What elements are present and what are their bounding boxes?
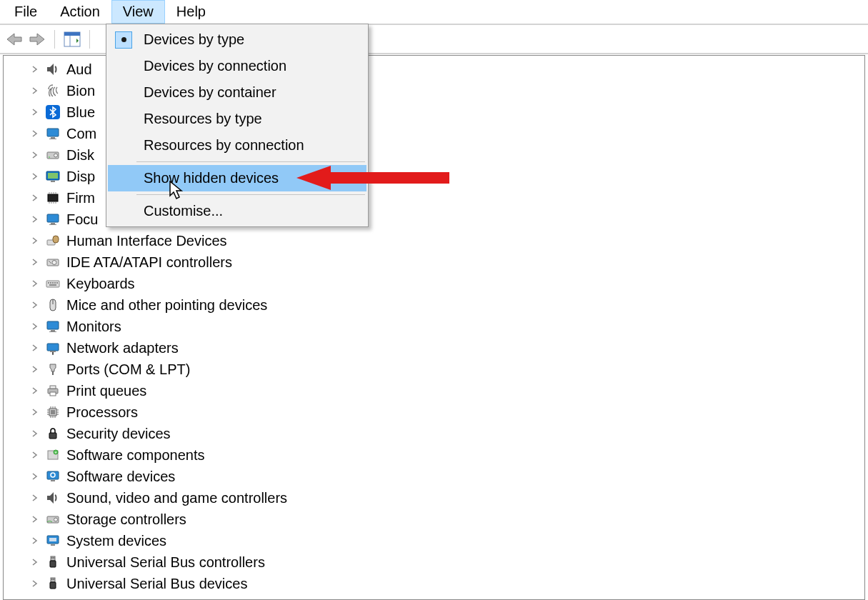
svg-rect-12 [48,173,58,179]
expander-icon[interactable] [31,472,39,481]
network-icon [45,340,61,356]
svg-rect-84 [50,582,56,589]
expander-icon[interactable] [31,301,39,309]
tree-item[interactable]: Human Interface Devices [9,230,864,251]
svg-point-9 [54,154,58,157]
expander-icon[interactable] [31,344,39,352]
tree-item[interactable]: Storage controllers [9,509,864,530]
svg-rect-42 [49,331,56,332]
forward-icon[interactable] [29,32,46,46]
focus-icon [45,211,61,227]
expander-icon[interactable] [31,451,39,459]
expander-icon[interactable] [31,65,39,74]
tree-item-label: IDE ATA/ATAPI controllers [66,254,232,271]
tree-item-label: Disk [66,147,94,164]
menu-action[interactable]: Action [49,0,111,24]
tree-item[interactable]: Sound, video and game controllers [9,487,864,509]
expander-icon[interactable] [31,429,39,438]
computer-icon [45,126,61,141]
back-icon[interactable] [6,32,23,46]
menu-devices-by-container[interactable]: Devices by container [108,79,366,106]
ide-icon [45,254,61,270]
tree-item-label: Aud [66,61,92,78]
menu-view[interactable]: View [111,0,165,24]
tree-item-label: Software components [66,447,204,464]
tree-item[interactable]: Universal Serial Bus devices [9,573,864,594]
toolbar-separator [54,30,55,49]
svg-rect-40 [47,321,59,329]
radio-selected-icon [115,31,132,49]
svg-rect-80 [50,561,56,567]
tree-item[interactable]: Security devices [9,423,864,444]
svg-rect-83 [54,579,55,580]
expander-icon[interactable] [31,129,39,138]
expander-icon[interactable] [31,108,39,116]
expander-icon[interactable] [31,279,39,288]
tree-item-label: Software devices [66,469,175,485]
menu-item-label: Customise... [144,203,223,219]
expander-icon[interactable] [31,215,39,224]
expander-icon[interactable] [31,258,39,266]
svg-rect-65 [49,433,56,439]
svg-rect-50 [50,392,56,396]
expander-icon[interactable] [31,194,39,202]
expander-icon[interactable] [31,322,39,331]
expander-icon[interactable] [31,386,39,395]
bluetooth-icon [45,104,61,120]
tree-item[interactable]: Network adapters [9,337,864,359]
menu-item-label: Show hidden devices [144,170,279,186]
menu-file[interactable]: File [3,0,49,24]
tree-item-label: Com [66,126,96,142]
system-icon [45,533,61,549]
menu-resources-by-connection[interactable]: Resources by connection [108,132,366,159]
menu-customise[interactable]: Customise... [108,198,366,224]
tree-item-label: Keyboards [66,276,135,292]
svg-rect-36 [56,282,58,284]
svg-rect-76 [51,544,55,546]
menu-item-label: Devices by type [144,31,244,48]
expander-icon[interactable] [31,172,39,181]
tree-item-label: Bion [66,83,95,99]
expander-icon[interactable] [31,151,39,159]
tree-item[interactable]: +Software components [9,444,864,466]
expander-icon[interactable] [31,536,39,545]
menu-devices-by-connection[interactable]: Devices by connection [108,53,366,79]
svg-rect-33 [50,282,51,284]
tree-item-label: Ports (COM & LPT) [66,361,190,378]
expander-icon[interactable] [31,86,39,95]
expander-icon[interactable] [31,494,39,502]
expander-icon[interactable] [31,236,39,245]
tree-item-label: Blue [66,104,95,121]
expander-icon[interactable] [31,408,39,416]
expander-icon[interactable] [31,558,39,566]
menu-resources-by-type[interactable]: Resources by type [108,106,366,132]
svg-rect-27 [53,236,59,243]
tree-item-label: Storage controllers [66,511,186,528]
tree-item[interactable]: System devices [9,530,864,551]
tree-item-label: Print queues [66,383,146,399]
menu-item-label: Resources by type [144,111,262,127]
expander-icon[interactable] [31,579,39,588]
tree-item-label: Network adapters [66,340,179,356]
tree-item[interactable]: Keyboards [9,273,864,294]
tree-item[interactable]: Ports (COM & LPT) [9,359,864,380]
tree-item[interactable]: Mice and other pointing devices [9,294,864,316]
menu-show-hidden-devices[interactable]: Show hidden devices [108,165,366,191]
svg-rect-78 [51,557,53,559]
tree-item[interactable]: Universal Serial Bus controllers [9,551,864,573]
usbdev-icon [45,576,61,591]
svg-rect-24 [51,223,55,224]
expander-icon[interactable] [31,365,39,374]
menu-separator [136,161,365,162]
tree-item[interactable]: Print queues [9,380,864,401]
tree-item[interactable]: Software devices [9,466,864,487]
menu-help[interactable]: Help [165,0,217,24]
tree-item[interactable]: Processors [9,401,864,423]
show-hide-tree-icon[interactable] [64,31,81,47]
tree-item[interactable]: IDE ATA/ATAPI controllers [9,251,864,273]
tree-item[interactable]: Monitors [9,316,864,337]
svg-rect-34 [52,282,54,284]
expander-icon[interactable] [31,515,39,524]
audio-icon [45,61,61,77]
menu-devices-by-type[interactable]: Devices by type [108,26,366,53]
